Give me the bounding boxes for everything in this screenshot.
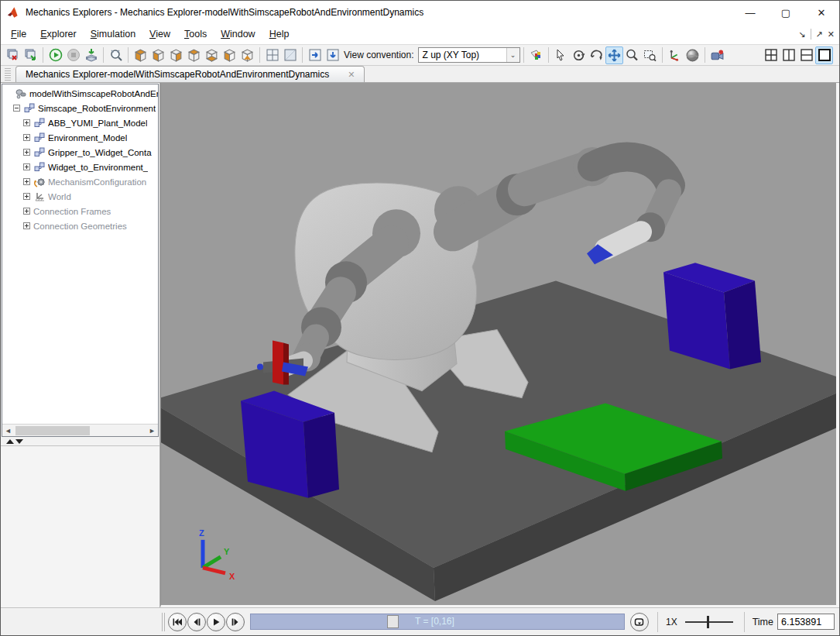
- expand-icon[interactable]: [23, 193, 30, 200]
- zoom-fit-icon[interactable]: [107, 46, 125, 64]
- collapse-icon[interactable]: [13, 105, 20, 112]
- step-forward-button[interactable]: [226, 613, 245, 631]
- tree-item-abb-yumi-plant-model[interactable]: ABB_YUMI_Plant_Model: [2, 115, 158, 130]
- expand-icon[interactable]: [23, 208, 30, 215]
- dock-icon[interactable]: ↘: [798, 29, 805, 40]
- tree-horizontal-scrollbar[interactable]: ◄ ►: [2, 424, 158, 436]
- tree-item-gripper-to-widget[interactable]: Gripper_to_Widget_Conta: [2, 145, 158, 160]
- step-back-button[interactable]: [187, 613, 206, 631]
- tab-mechanics-explorer[interactable]: Mechanics Explorer-modelWithSimscapeRobo…: [15, 66, 365, 82]
- single-view-icon[interactable]: [281, 46, 299, 64]
- matlab-logo-icon: [7, 6, 20, 19]
- view-cube-left-icon[interactable]: [221, 46, 238, 64]
- rewind-button[interactable]: [168, 613, 187, 631]
- time-range-label: T = [0,16]: [415, 616, 454, 627]
- menu-tools[interactable]: Tools: [177, 26, 214, 43]
- separator: [548, 47, 549, 63]
- tree-item-connection-geometries[interactable]: Connection Geometries: [2, 218, 158, 233]
- tree-item-connection-frames[interactable]: Connection Frames: [2, 204, 158, 218]
- close-panel-icon[interactable]: ✕: [828, 29, 835, 40]
- down-view-icon[interactable]: [324, 46, 341, 64]
- next-view-icon[interactable]: [306, 46, 324, 64]
- save-config-icon[interactable]: [4, 46, 22, 64]
- view-cube-back-icon[interactable]: [167, 46, 185, 64]
- view-convention-select[interactable]: Z up (XY Top) ⌄: [418, 47, 520, 63]
- com-sphere-icon[interactable]: [684, 46, 701, 64]
- layout-single-icon[interactable]: [815, 46, 833, 64]
- menu-view[interactable]: View: [142, 26, 177, 43]
- tree-item-simscape-robotenvironment[interactable]: Simscape_RobotEnvironment: [2, 101, 158, 115]
- layout-vsplit-icon[interactable]: [780, 46, 797, 64]
- play-icon[interactable]: [46, 46, 64, 64]
- tree-item-environment-model[interactable]: Environment_Model: [2, 130, 158, 145]
- zoom-region-icon[interactable]: [641, 46, 659, 64]
- expand-icon[interactable]: [23, 178, 30, 185]
- expand-icon[interactable]: [23, 149, 30, 156]
- view-convention-value: Z up (XY Top): [423, 50, 480, 60]
- menu-bar: File Explorer Simulation View Tools Wind…: [1, 24, 839, 44]
- scene-canvas[interactable]: Z Y X: [161, 83, 836, 605]
- tree-item-widget-to-environment[interactable]: Widget_to_Environment_: [2, 160, 158, 174]
- separator: [259, 47, 260, 63]
- minimize-button[interactable]: —: [732, 1, 768, 24]
- view-cube-top-icon[interactable]: [185, 46, 203, 64]
- pan-icon[interactable]: [605, 46, 623, 64]
- panel-splitter[interactable]: [1, 438, 159, 446]
- frame-axes-icon[interactable]: [666, 46, 684, 64]
- capture-icon[interactable]: [82, 46, 100, 64]
- menu-file[interactable]: File: [4, 26, 33, 43]
- menu-help[interactable]: Help: [262, 26, 297, 43]
- select-cursor-icon[interactable]: [552, 46, 570, 64]
- scroll-left-icon[interactable]: ◄: [2, 425, 14, 436]
- scrollbar-thumb[interactable]: [15, 426, 90, 435]
- quad-view-icon[interactable]: [263, 46, 281, 64]
- close-button[interactable]: ✕: [804, 1, 839, 24]
- layout-hsplit-icon[interactable]: [797, 46, 815, 64]
- splitter-up-icon[interactable]: [6, 439, 14, 444]
- view-convention-label: View convention:: [344, 50, 414, 60]
- zoom-icon[interactable]: [623, 46, 641, 64]
- tab-close-icon[interactable]: ✕: [348, 70, 355, 80]
- menu-explorer[interactable]: Explorer: [33, 26, 84, 43]
- 3d-viewport[interactable]: Z Y X: [160, 83, 839, 607]
- undock-icon[interactable]: ↗: [816, 29, 823, 40]
- tree-item-model[interactable]: modelWithSimscapeRobotAndEnvironmentDyna…: [2, 86, 158, 101]
- layout-quad-icon[interactable]: [762, 46, 780, 64]
- mechanism-config-icon: [33, 177, 46, 187]
- time-input[interactable]: [777, 614, 835, 630]
- tab-grip[interactable]: [5, 68, 11, 81]
- expand-icon[interactable]: [23, 134, 30, 141]
- time-slider[interactable]: T = [0,16]: [250, 614, 625, 630]
- stop-icon[interactable]: [64, 46, 82, 64]
- expand-icon[interactable]: [23, 163, 30, 170]
- video-icon[interactable]: [708, 46, 726, 64]
- tree-item-mechanism-configuration[interactable]: MechanismConfiguration: [2, 174, 158, 189]
- tree-item-world[interactable]: World: [2, 189, 158, 204]
- view-cube-perspective-icon[interactable]: [238, 46, 256, 64]
- play-button[interactable]: [207, 613, 225, 631]
- orbit-icon[interactable]: [570, 46, 588, 64]
- view-cube-isometric-icon[interactable]: [132, 46, 149, 64]
- playbar-grip[interactable]: [162, 613, 165, 631]
- menu-simulation[interactable]: Simulation: [84, 26, 142, 43]
- view-cube-front-icon[interactable]: [149, 46, 167, 64]
- roll-icon[interactable]: [588, 46, 605, 64]
- speed-slider[interactable]: [685, 615, 733, 629]
- maximize-button[interactable]: ▢: [768, 1, 804, 24]
- properties-panel-empty: [1, 446, 159, 607]
- loop-button[interactable]: [630, 613, 649, 631]
- speed-slider-thumb[interactable]: [707, 616, 709, 628]
- time-slider-thumb[interactable]: [387, 615, 399, 628]
- view-cube-bottom-icon[interactable]: [203, 46, 221, 64]
- expand-icon[interactable]: [23, 119, 30, 126]
- restore-config-icon[interactable]: [22, 46, 39, 64]
- splitter-down-icon[interactable]: [15, 439, 23, 444]
- tree-item-label: Environment_Model: [48, 133, 127, 143]
- scroll-right-icon[interactable]: ►: [146, 425, 158, 436]
- robot-right-gripper[interactable]: [605, 232, 641, 249]
- palette-icon[interactable]: [527, 46, 545, 64]
- separator: [103, 47, 104, 63]
- chevron-down-icon: ⌄: [506, 48, 519, 62]
- expand-icon[interactable]: [23, 222, 30, 229]
- menu-window[interactable]: Window: [214, 26, 262, 43]
